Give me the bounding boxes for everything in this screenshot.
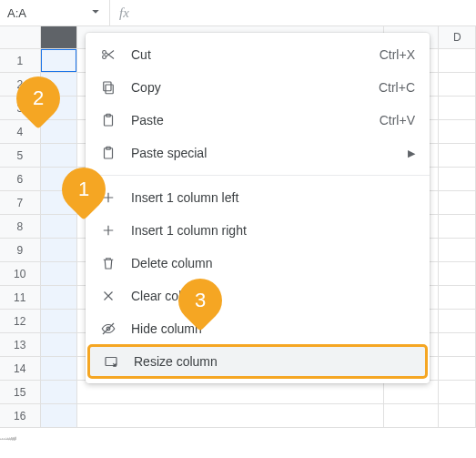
svg-rect-7 — [106, 358, 116, 366]
svg-rect-0 — [106, 85, 113, 94]
column-header-d[interactable]: D — [439, 26, 476, 48]
row-header[interactable]: 8 — [0, 215, 41, 238]
name-box[interactable]: A:A — [0, 0, 110, 25]
menu-item-cut[interactable]: Cut Ctrl+X — [86, 38, 430, 71]
row-header[interactable]: 5 — [0, 144, 41, 167]
cell[interactable] — [77, 404, 384, 427]
cell[interactable] — [439, 215, 476, 238]
cell[interactable] — [41, 357, 78, 380]
cell[interactable] — [41, 310, 78, 332]
cell[interactable] — [384, 381, 439, 403]
row-header[interactable]: 11 — [0, 286, 41, 309]
menu-shortcut: Ctrl+X — [380, 47, 415, 62]
menu-item-insert-right[interactable]: Insert 1 column right — [86, 214, 430, 247]
svg-rect-1 — [104, 82, 111, 91]
cell[interactable] — [41, 239, 78, 261]
menu-label: Paste — [118, 113, 380, 127]
name-box-value: A:A — [7, 6, 26, 20]
context-menu: Cut Ctrl+X Copy Ctrl+C Paste Ctrl+V Past… — [86, 33, 430, 383]
torn-edge-decoration — [0, 431, 476, 458]
menu-separator — [86, 175, 430, 176]
cell[interactable] — [439, 286, 476, 309]
menu-item-clear[interactable]: Clear column — [86, 280, 430, 312]
cell[interactable] — [41, 262, 78, 285]
cell[interactable] — [439, 404, 476, 427]
menu-item-paste-special[interactable]: Paste special ▶ — [86, 137, 430, 169]
menu-item-copy[interactable]: Copy Ctrl+C — [86, 71, 430, 104]
cell[interactable] — [439, 144, 476, 167]
column-header-a[interactable] — [41, 26, 78, 48]
plus-icon — [98, 222, 118, 239]
cell[interactable] — [439, 381, 476, 403]
row-header[interactable]: 7 — [0, 191, 41, 214]
select-all-corner[interactable] — [0, 26, 41, 48]
row-header[interactable]: 15 — [0, 381, 41, 403]
row-header[interactable]: 10 — [0, 262, 41, 285]
trash-icon — [98, 255, 118, 271]
x-icon — [98, 288, 118, 304]
cell[interactable] — [439, 73, 476, 96]
menu-label: Clear column — [118, 289, 415, 303]
cell[interactable] — [439, 357, 476, 380]
formula-bar: A:A fx — [0, 0, 476, 26]
chevron-right-icon: ▶ — [408, 148, 415, 159]
row-header[interactable]: 16 — [0, 404, 41, 427]
cell[interactable] — [77, 381, 384, 403]
fx-label: fx — [110, 5, 138, 21]
cell[interactable] — [41, 215, 78, 238]
chevron-down-icon[interactable] — [87, 4, 104, 23]
row-header[interactable]: 9 — [0, 239, 41, 261]
menu-label: Copy — [118, 80, 379, 95]
cell[interactable] — [439, 168, 476, 190]
cell[interactable] — [41, 286, 78, 309]
scissors-icon — [98, 46, 118, 63]
copy-icon — [98, 79, 118, 96]
cell[interactable] — [439, 262, 476, 285]
row-header[interactable]: 12 — [0, 310, 41, 332]
menu-shortcut: Ctrl+V — [380, 113, 415, 127]
resize-icon — [101, 353, 121, 370]
menu-shortcut: Ctrl+C — [379, 80, 415, 95]
row-header[interactable]: 6 — [0, 168, 41, 190]
menu-label: Resize column — [121, 354, 412, 369]
row-header[interactable]: 1 — [0, 49, 41, 72]
eye-off-icon — [98, 321, 118, 337]
menu-item-hide[interactable]: Hide column — [86, 312, 430, 345]
cell[interactable] — [439, 333, 476, 356]
menu-label: Delete column — [118, 256, 415, 270]
cell[interactable] — [439, 191, 476, 214]
menu-item-paste[interactable]: Paste Ctrl+V — [86, 104, 430, 137]
menu-label: Insert 1 column left — [118, 190, 415, 205]
clipboard-icon — [98, 145, 118, 161]
menu-label: Hide column — [118, 321, 415, 336]
cell[interactable] — [384, 404, 439, 427]
cell[interactable] — [439, 97, 476, 119]
cell[interactable] — [41, 144, 78, 167]
menu-label: Insert 1 column right — [118, 223, 415, 238]
clipboard-icon — [98, 112, 118, 128]
cell[interactable] — [41, 381, 78, 403]
row-header[interactable]: 13 — [0, 333, 41, 356]
row-header[interactable]: 14 — [0, 357, 41, 380]
cell[interactable] — [439, 310, 476, 332]
menu-label: Cut — [118, 47, 380, 62]
cell[interactable] — [439, 49, 476, 72]
cell[interactable] — [41, 120, 78, 143]
cell[interactable] — [439, 239, 476, 261]
cell[interactable] — [41, 404, 78, 427]
menu-item-delete[interactable]: Delete column — [86, 247, 430, 280]
menu-label: Paste special — [118, 146, 408, 160]
cell[interactable] — [41, 333, 78, 356]
menu-item-insert-left[interactable]: Insert 1 column left — [86, 181, 430, 214]
cell[interactable] — [41, 49, 78, 72]
menu-item-resize[interactable]: Resize column — [88, 345, 427, 378]
cell[interactable] — [439, 120, 476, 143]
